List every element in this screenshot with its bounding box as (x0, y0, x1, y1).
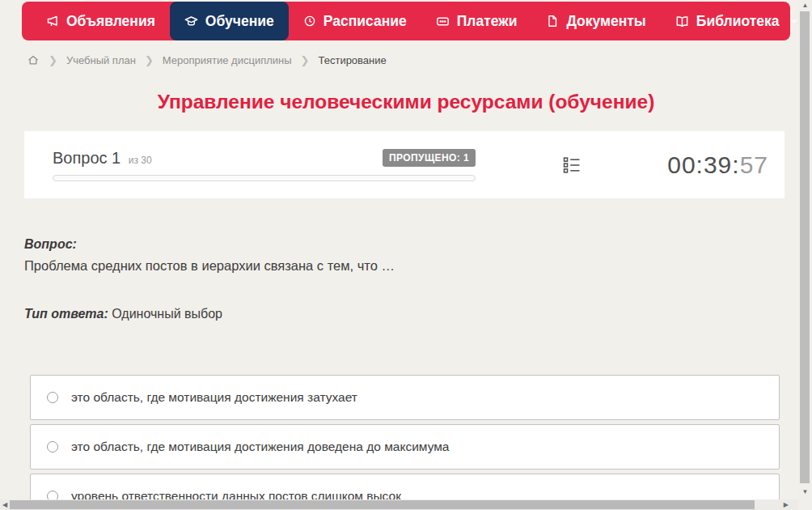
question-counter: Вопрос 1 из 30 (53, 149, 152, 168)
library-icon (675, 15, 689, 28)
answer-type-label: Тип ответа: (24, 307, 108, 321)
question-header-card: Вопрос 1 из 30 ПРОПУЩЕНО: 1 00:39:57 (24, 131, 785, 198)
question-label: Вопрос: (24, 237, 788, 252)
breadcrumb-separator: ❯ (301, 54, 310, 66)
answer-option-2[interactable]: это область, где мотивация достижения до… (30, 424, 780, 470)
question-number: Вопрос 1 (53, 149, 121, 167)
horizontal-scrollbar[interactable]: ◀ ▶ (0, 499, 798, 510)
timer: 00:39:57 (667, 151, 768, 179)
answer-option-1[interactable]: это область, где мотивация достижения за… (30, 375, 780, 420)
timer-hours-minutes: 00:39: (667, 151, 739, 178)
radio-button[interactable] (47, 441, 58, 453)
answer-options: это область, где мотивация достижения за… (30, 375, 780, 510)
graduation-cap-icon (184, 15, 198, 28)
vertical-scrollbar-thumb[interactable] (800, 11, 810, 483)
question-body: Вопрос: Проблема средних постов в иерарх… (24, 237, 788, 323)
home-icon[interactable] (27, 53, 40, 66)
radio-button[interactable] (47, 392, 58, 403)
megaphone-icon (46, 15, 59, 28)
answer-type-row: Тип ответа: Одиночный выбор (24, 307, 788, 323)
page-title: Управление человеческими ресурсами (обуч… (0, 91, 812, 115)
scroll-right-arrow-icon[interactable]: ▶ (784, 499, 789, 510)
nav-item-library[interactable]: Библиотека (661, 2, 812, 40)
scroll-up-arrow-icon[interactable]: ▲ (798, 1, 812, 11)
main-navbar: Объявления Обучение Расписание Платежи Д… (22, 2, 790, 40)
nav-item-label: Объявления (66, 13, 155, 30)
breadcrumb-item-curriculum[interactable]: Учебный план (66, 54, 136, 66)
question-list-icon[interactable] (561, 155, 582, 176)
nav-item-schedule[interactable]: Расписание (289, 2, 421, 40)
progress-bar (53, 175, 476, 181)
clock-icon (303, 15, 316, 28)
breadcrumb: ❯ Учебный план ❯ Мероприятие дисциплины … (27, 52, 790, 68)
scroll-down-arrow-icon[interactable]: ▼ (798, 487, 812, 497)
nav-item-label: Обучение (205, 13, 274, 30)
answer-option-label: это область, где мотивация достижения за… (71, 390, 357, 405)
scroll-left-arrow-icon[interactable]: ◀ (2, 499, 7, 510)
nav-item-payments[interactable]: Платежи (421, 2, 532, 40)
timer-seconds: 57 (740, 151, 768, 178)
nav-item-documents[interactable]: Документы (531, 2, 660, 40)
nav-item-label: Библиотека (696, 13, 780, 30)
question-text: Проблема средних постов в иерархии связа… (24, 258, 788, 274)
breadcrumb-item-discipline-event[interactable]: Мероприятие дисциплины (163, 54, 292, 66)
answer-option-label: это область, где мотивация достижения до… (71, 440, 450, 454)
nav-item-education[interactable]: Обучение (170, 2, 289, 40)
skipped-badge: ПРОПУЩЕНО: 1 (383, 149, 476, 167)
scrollbar-corner (798, 499, 812, 510)
answer-type-value: Одиночный выбор (112, 307, 222, 321)
nav-item-label: Платежи (457, 13, 518, 30)
payments-icon (436, 15, 450, 28)
horizontal-scrollbar-thumb[interactable] (10, 500, 755, 509)
question-total: из 30 (129, 155, 152, 166)
document-icon (546, 15, 559, 28)
nav-item-announcements[interactable]: Объявления (32, 2, 170, 40)
breadcrumb-separator: ❯ (145, 54, 154, 66)
breadcrumb-item-testing: Тестирование (318, 54, 386, 66)
vertical-scrollbar[interactable]: ▲ ▼ (798, 0, 812, 499)
nav-item-label: Расписание (324, 13, 407, 30)
nav-item-label: Документы (566, 13, 645, 30)
breadcrumb-separator: ❯ (49, 54, 57, 66)
question-progress-block: Вопрос 1 из 30 ПРОПУЩЕНО: 1 (53, 149, 476, 181)
